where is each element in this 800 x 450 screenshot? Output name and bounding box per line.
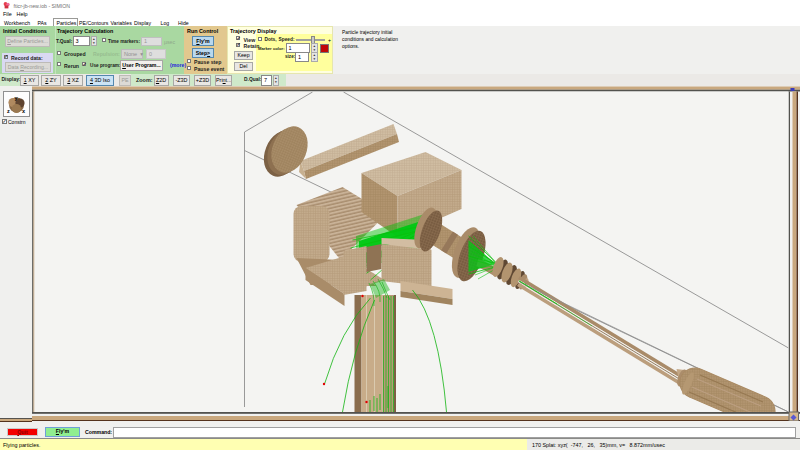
svg-text:z: z bbox=[7, 108, 10, 114]
svg-text:x: x bbox=[22, 108, 26, 114]
